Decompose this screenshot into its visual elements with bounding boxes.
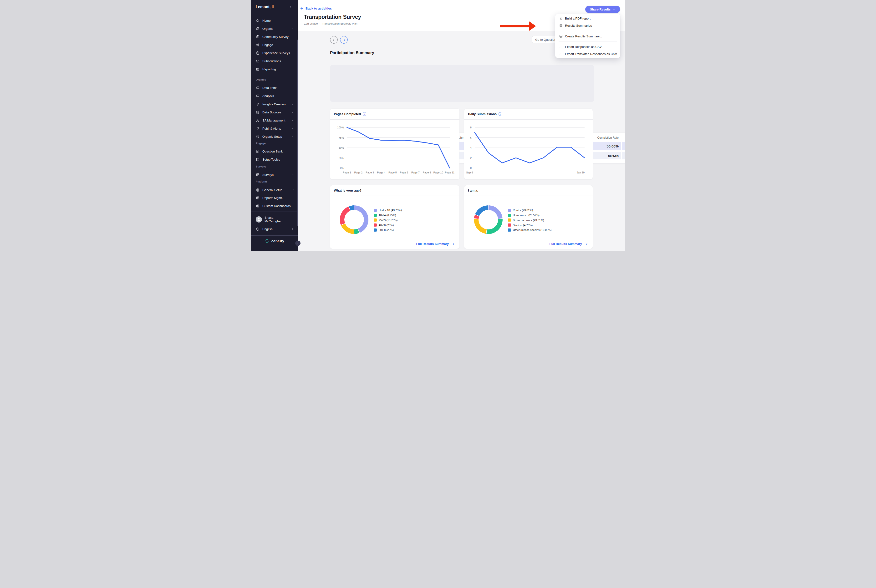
mail-icon (256, 59, 260, 63)
legend-label: 18-24 (6.25%) (379, 214, 396, 217)
legend-item: Student (4.76%) (508, 222, 551, 228)
arrow-right-icon (451, 242, 454, 246)
chat-icon (256, 86, 260, 90)
iam-question-card: I am a: Renter (23.81%)Homeowner (28.57%… (464, 185, 592, 249)
sidebar-item-data-items[interactable]: Data Items (251, 84, 298, 91)
sidebar-item-custom-dashboards[interactable]: Custom Dashboards (251, 202, 298, 209)
daily-submissions-chart: 86420Sep 6Jan 29 (464, 120, 592, 179)
legend-item: Other (please specify) (19.05%) (508, 228, 551, 232)
breadcrumb: Zen Village · Transportation Strategic P… (304, 22, 357, 25)
sidebar-item-sa-management[interactable]: SA Management (251, 117, 298, 124)
legend-swatch (374, 209, 377, 212)
svg-text:Page 5: Page 5 (388, 171, 397, 174)
person-star-icon (256, 118, 260, 123)
sidebar-item-reports-mgmt[interactable]: Reports Mgmt. (251, 194, 298, 201)
language-selector[interactable]: English (251, 226, 298, 232)
sidebar-item-question-bank[interactable]: Question Bank (251, 148, 298, 154)
full-results-summary-link[interactable]: Full Results Summary (549, 242, 588, 246)
legend-label: Business owner (23.81%) (513, 219, 544, 222)
chevron-down-icon (291, 173, 294, 176)
sidebar-item-setup-topics[interactable]: Setup Topics (251, 156, 298, 163)
badge-icon (256, 67, 260, 71)
svg-text:0%: 0% (340, 166, 344, 170)
chevron-down-icon (613, 8, 615, 11)
chevron-down-icon (291, 119, 294, 122)
age-chart-legend: Under 18 (43.75%)18-24 (6.25%)25-39 (18.… (374, 208, 402, 232)
upload-icon (559, 52, 563, 56)
section-label-engage: Engage (256, 142, 266, 146)
share-results-button[interactable]: Share Results (585, 6, 620, 13)
workspace-selector[interactable]: Lemont, IL (256, 5, 294, 9)
sidebar-item-home[interactable]: Home (251, 17, 298, 24)
legend-swatch (374, 214, 377, 217)
svg-text:4: 4 (470, 146, 472, 149)
back-to-activities-link[interactable]: Back to activities (300, 7, 332, 10)
globe-icon (256, 27, 260, 31)
chevron-down-icon (291, 111, 294, 114)
user-name-line2: McCarogher (264, 219, 282, 223)
sidebar-item-insights-creation[interactable]: Insights Creation (251, 101, 298, 108)
sidebar-item-surveys[interactable]: Surveys (251, 171, 298, 178)
svg-text:Jan 29: Jan 29 (577, 171, 585, 174)
clipboard-icon (256, 149, 260, 153)
clipboard-icon (559, 16, 563, 20)
sidebar-item-reporting[interactable]: Reporting (251, 66, 298, 72)
chevron-down-icon (291, 103, 294, 105)
info-icon[interactable]: i (363, 112, 366, 116)
legend-item: Homeowner (28.57%) (508, 213, 551, 218)
sidebar-item-organic[interactable]: Organic (251, 25, 298, 32)
svg-text:Page 1: Page 1 (343, 171, 351, 174)
menu-item-build-pdf-report[interactable]: Build a PDF report (555, 15, 620, 22)
legend-item: 18-24 (6.25%) (374, 213, 402, 218)
breadcrumb-separator: · (320, 22, 320, 25)
chevron-right-icon (291, 218, 294, 221)
menu-item-create-results-summary[interactable]: Create Results Summary... (555, 33, 620, 39)
svg-text:50%: 50% (339, 146, 344, 149)
sidebar-item-analysis[interactable]: Analysis (251, 93, 298, 99)
menu-item-export-translated-responses-csv[interactable]: Export Translated Responses as CSV (555, 51, 620, 57)
section-label-surveys: Surveys (256, 165, 266, 168)
legend-swatch (508, 209, 511, 212)
section-title: Participation Summary (330, 51, 374, 55)
menu-item-results-summaries[interactable]: Results Summaries (555, 22, 620, 29)
svg-text:75%: 75% (339, 136, 344, 139)
chevron-down-icon (291, 189, 294, 191)
home-icon (256, 19, 260, 22)
iam-chart-legend: Renter (23.81%)Homeowner (28.57%)Busines… (508, 208, 551, 232)
app-window: Lemont, IL Home Organic Community Survey… (251, 0, 625, 251)
pages-completed-card: Pages Completedi 100%75%50%25%0%Page 1Pa… (330, 109, 459, 179)
database-icon (256, 188, 260, 192)
legend-item: 25-39 (18.75%) (374, 218, 402, 223)
clipboard-icon (256, 35, 260, 39)
user-menu[interactable]: ShasaMcCarogher (251, 214, 298, 225)
sidebar-item-organic-setup[interactable]: Organic Setup (251, 133, 298, 140)
full-results-summary-link[interactable]: Full Results Summary (416, 242, 454, 246)
legend-label: Student (4.76%) (513, 224, 532, 226)
svg-text:Page 10: Page 10 (434, 171, 443, 174)
arrow-left-icon (300, 7, 304, 10)
info-icon[interactable]: i (498, 112, 502, 116)
legend-item: 60+ (6.25%) (374, 228, 402, 232)
clipboard-icon (256, 51, 260, 55)
legend-label: Under 18 (43.75%) (379, 209, 402, 212)
next-question-button[interactable] (340, 36, 348, 44)
menu-item-export-responses-csv[interactable]: Export Responses as CSV (555, 44, 620, 50)
previous-question-button[interactable] (330, 36, 338, 44)
sidebar-item-community-survey[interactable]: Community Survey (251, 33, 298, 40)
user-name-line1: Shasa (264, 216, 273, 219)
legend-item: 40-60 (25%) (374, 222, 402, 228)
sidebar-item-publ-alerts[interactable]: Publ. & Alerts (251, 125, 298, 132)
sidebar-item-data-sources[interactable]: Data Sources (251, 109, 298, 116)
sidebar-collapse-button[interactable] (295, 241, 300, 246)
database-icon (256, 110, 260, 114)
sidebar-item-subscriptions[interactable]: Subscriptions (251, 58, 298, 64)
zencity-logo-icon (265, 239, 269, 243)
sidebar-scrollbar[interactable] (297, 39, 298, 226)
chevron-down-icon (291, 127, 294, 130)
sidebar-item-experience-surveys[interactable]: Experience Surveys (251, 50, 298, 56)
svg-text:100%: 100% (337, 126, 344, 129)
sidebar-item-general-setup[interactable]: General Setup (251, 186, 298, 193)
badge-icon (256, 173, 260, 177)
breadcrumb-project: Zen Village (304, 22, 318, 25)
sidebar-item-engage[interactable]: Engage (251, 42, 298, 48)
